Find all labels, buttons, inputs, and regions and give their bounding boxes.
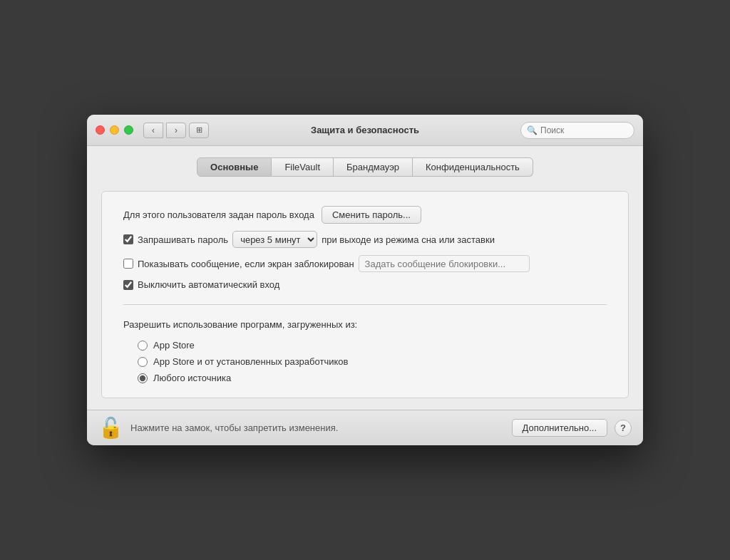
maximize-button[interactable]	[124, 125, 133, 135]
disable-autologin-label: Выключить автоматический вход	[138, 279, 279, 290]
radio-appstore-row: App Store	[123, 340, 607, 351]
password-label: Для этого пользователя задан пароль вход…	[123, 209, 314, 220]
nav-buttons: ‹ ›	[143, 123, 186, 138]
require-password-row: Запрашивать пароль через 5 минут при вых…	[123, 231, 607, 248]
lock-icon: 🔓	[98, 416, 123, 440]
radio-appstore-devs-label: App Store и от установленных разработчик…	[153, 356, 348, 367]
lock-message-input[interactable]	[359, 255, 530, 272]
radio-anywhere-row: Любого источника	[123, 373, 607, 383]
tabs-bar: Основные FileVault Брандмауэр Конфиденци…	[101, 157, 629, 177]
lock-message: Нажмите на замок, чтобы запретить измене…	[130, 422, 512, 433]
tab-privacy[interactable]: Конфиденциальность	[413, 157, 533, 177]
traffic-lights	[96, 125, 133, 135]
timeout-select[interactable]: через 5 минут	[232, 231, 317, 248]
radio-anywhere-label: Любого источника	[153, 373, 231, 383]
help-button[interactable]: ?	[615, 420, 632, 437]
main-panel: Для этого пользователя задан пароль вход…	[101, 191, 629, 398]
require-password-checkbox[interactable]	[123, 234, 133, 244]
tab-general[interactable]: Основные	[197, 157, 272, 177]
disable-autologin-row: Выключить автоматический вход	[123, 279, 607, 290]
search-icon: 🔍	[527, 125, 538, 135]
radio-appstore-label: App Store	[153, 340, 195, 351]
search-box[interactable]: 🔍	[520, 122, 634, 139]
radio-appstore-devs[interactable]	[138, 357, 148, 367]
show-message-row: Показывать сообщение, если экран заблоки…	[123, 255, 607, 272]
password-row: Для этого пользователя задан пароль вход…	[123, 206, 607, 224]
content-area: Основные FileVault Брандмауэр Конфиденци…	[87, 146, 643, 410]
window-title: Защита и безопасность	[311, 125, 419, 135]
grid-button[interactable]: ⊞	[189, 123, 209, 138]
bottom-bar: 🔓 Нажмите на замок, чтобы запретить изме…	[87, 410, 643, 445]
timeout-suffix-label: при выходе из режима сна или заставки	[322, 234, 495, 245]
advanced-button[interactable]: Дополнительно...	[512, 419, 607, 437]
show-message-label: Показывать сообщение, если экран заблоки…	[138, 259, 354, 269]
source-section-label: Разрешить использование программ, загруж…	[123, 319, 607, 330]
show-message-checkbox[interactable]	[123, 259, 133, 269]
disable-autologin-checkbox[interactable]	[123, 280, 133, 290]
close-button[interactable]	[96, 125, 105, 135]
radio-appstore-devs-row: App Store и от установленных разработчик…	[123, 356, 607, 367]
tab-firewall[interactable]: Брандмауэр	[334, 157, 413, 177]
radio-anywhere[interactable]	[138, 373, 148, 383]
radio-appstore[interactable]	[138, 341, 148, 351]
tab-filevault[interactable]: FileVault	[272, 157, 334, 177]
search-input[interactable]	[540, 125, 628, 135]
require-password-label: Запрашивать пароль	[138, 234, 228, 245]
source-section: Разрешить использование программ, загруж…	[123, 319, 607, 383]
titlebar: ‹ › ⊞ Защита и безопасность 🔍	[87, 115, 643, 146]
back-button[interactable]: ‹	[143, 123, 163, 138]
minimize-button[interactable]	[110, 125, 119, 135]
change-password-button[interactable]: Сменить пароль...	[322, 206, 421, 224]
settings-window: ‹ › ⊞ Защита и безопасность 🔍 Основные F…	[87, 115, 643, 445]
forward-button[interactable]: ›	[166, 123, 186, 138]
password-section: Для этого пользователя задан пароль вход…	[123, 206, 607, 305]
